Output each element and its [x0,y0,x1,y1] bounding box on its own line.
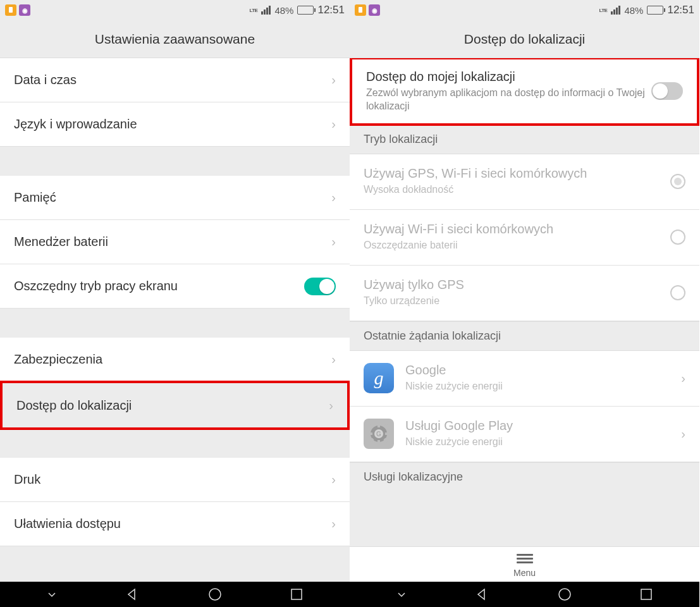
clock: 12:51 [667,4,694,16]
svg-rect-4 [359,8,362,13]
bottom-menu-button[interactable]: Menu [350,546,699,582]
row-language-input[interactable]: Język i wprowadzanie › [0,102,350,147]
row-date-time[interactable]: Data i czas › [0,58,350,102]
row-label: Oszczędny tryb pracy ekranu [14,279,304,293]
section-gap [0,309,350,338]
svg-point-17 [559,589,570,600]
settings-list[interactable]: Data i czas › Język i wprowadzanie › Pam… [0,58,350,582]
row-app-play-services[interactable]: G Usługi Google Play Niskie zużycie ener… [350,407,699,462]
status-bar: ◉ LTE 48% 12:51 [350,0,699,20]
highlight-location-row: Dostęp do lokalizacji › [0,381,350,430]
row-accessibility[interactable]: Ułatwienia dostępu › [0,502,350,546]
nav-recent-icon[interactable] [639,587,653,601]
page-title: Dostęp do lokalizacji [350,20,699,58]
nav-back-icon[interactable] [474,587,489,602]
nav-home-icon[interactable] [207,587,223,602]
row-title: Usługi Google Play [405,419,676,433]
nav-dropdown-icon[interactable] [46,589,58,600]
toggle-screen-power[interactable] [304,278,336,295]
chevron-right-icon: › [331,73,336,87]
battery-icon [647,6,663,15]
svg-rect-5 [359,7,362,8]
row-subtitle: Tylko urządzenie [364,295,665,308]
row-title: Dostęp do mojej lokalizacji [366,70,651,84]
row-title: Google [405,363,676,377]
nav-dropdown-icon[interactable] [396,589,407,600]
notification-icon-1 [5,4,16,16]
radio-icon [670,230,685,245]
row-print[interactable]: Druk › [0,458,350,502]
play-services-app-icon: G [364,419,394,449]
clock: 12:51 [317,4,345,16]
chevron-right-icon: › [329,398,333,413]
section-gap [0,147,350,176]
row-battery-manager[interactable]: Menedżer baterii › [0,220,350,264]
hamburger-icon [517,552,533,565]
nav-back-icon[interactable] [125,587,140,602]
svg-text:G: G [376,431,381,438]
row-location-access[interactable]: Dostęp do lokalizacji › [3,383,347,427]
notification-icon-2: ◉ [369,4,380,16]
row-label: Język i wprowadzanie [14,117,326,132]
section-gap [0,429,350,458]
section-header-recent: Ostatnie żądania lokalizacji [350,321,699,351]
row-label: Druk [14,472,326,487]
chevron-right-icon: › [331,472,336,487]
chevron-right-icon: › [331,190,336,205]
menu-label: Menu [513,568,536,578]
chevron-right-icon: › [681,371,685,386]
svg-rect-10 [385,432,390,435]
chevron-right-icon: › [331,235,336,249]
row-mode-wifi-cell[interactable]: Używaj Wi-Fi i sieci komórkowych Oszczęd… [350,210,699,266]
lte-indicator: LTE [249,8,257,13]
row-mode-gps-only[interactable]: Używaj tylko GPS Tylko urządzenie [350,266,699,321]
row-title: Używaj tylko GPS [364,278,665,292]
location-settings-list[interactable]: Dostęp do mojej lokalizacji Zezwól wybra… [350,58,699,546]
row-storage[interactable]: Pamięć › [0,176,350,220]
row-subtitle: Oszczędzanie baterii [364,239,665,252]
svg-point-2 [209,589,221,600]
row-subtitle: Niskie zużycie energii [405,380,676,393]
nav-bar [350,582,699,607]
row-app-google[interactable]: g Google Niskie zużycie energii › [350,351,699,407]
row-my-location-access[interactable]: Dostęp do mojej lokalizacji Zezwól wybra… [352,59,697,123]
lte-indicator: LTE [599,8,607,13]
row-label: Ułatwienia dostępu [14,517,326,531]
svg-rect-9 [367,432,372,435]
row-screen-power-saving[interactable]: Oszczędny tryb pracy ekranu [0,264,350,309]
row-subtitle: Niskie zużycie energii [405,436,676,449]
chevron-right-icon: › [331,352,336,367]
battery-icon [297,6,314,15]
row-label: Data i czas [14,73,326,87]
google-app-icon: g [364,363,394,393]
nav-home-icon[interactable] [557,587,572,602]
section-header-mode: Tryb lokalizacji [350,125,699,154]
radio-icon [670,174,685,189]
phone-right: ◉ LTE 48% 12:51 Dostęp do lokalizacji Do… [350,0,699,607]
notification-icon-1 [355,4,366,16]
status-bar: ◉ LTE 48% 12:51 [0,0,350,20]
svg-rect-1 [9,7,13,8]
toggle-my-location[interactable] [651,82,683,100]
row-label: Zabezpieczenia [14,352,326,367]
row-mode-gps-wifi-cell[interactable]: Używaj GPS, Wi-Fi i sieci komórkowych Wy… [350,154,699,210]
phone-left: ◉ LTE 48% 12:51 Ustawienia zaawansowane … [0,0,350,607]
svg-rect-3 [292,589,302,599]
nav-recent-icon[interactable] [290,587,304,601]
row-security[interactable]: Zabezpieczenia › [0,338,350,382]
notification-icon-2: ◉ [19,4,30,16]
chevron-right-icon: › [331,517,336,531]
highlight-my-location-row: Dostęp do mojej lokalizacji Zezwól wybra… [350,58,699,126]
svg-rect-18 [641,589,651,599]
radio-icon [670,285,685,300]
row-label: Pamięć [14,190,326,205]
page-title-text: Ustawienia zaawansowane [95,32,255,47]
row-label: Menedżer baterii [14,235,326,249]
page-title-text: Dostęp do lokalizacji [464,32,585,47]
signal-icon [261,6,271,15]
battery-percent: 48% [624,5,643,16]
svg-rect-7 [378,422,380,427]
row-title: Używaj GPS, Wi-Fi i sieci komórkowych [364,166,665,181]
section-header-services: Usługi lokalizacyjne [350,462,699,491]
row-subtitle: Wysoka dokładność [364,183,665,197]
